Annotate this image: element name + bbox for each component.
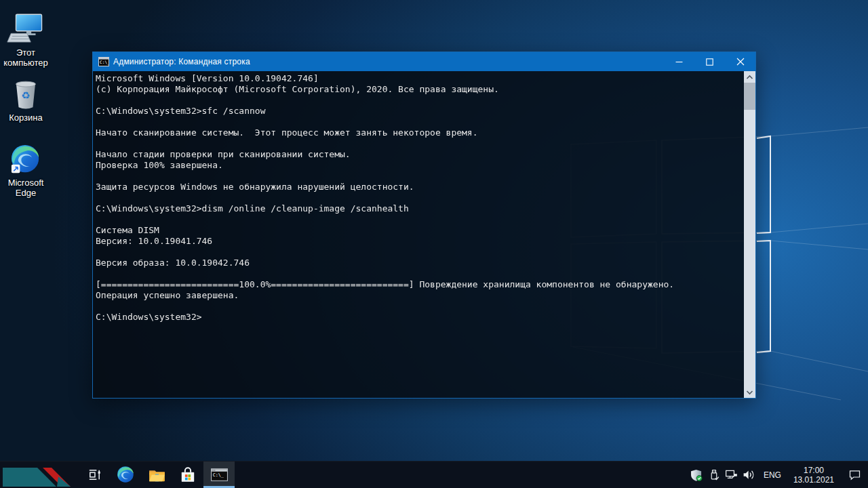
start-button[interactable] <box>0 462 72 488</box>
desktop-icon-label: Этот компьютер <box>0 47 52 68</box>
close-icon <box>736 58 745 66</box>
scrollbar-up-button[interactable] <box>744 71 755 83</box>
this-pc-icon <box>6 14 45 45</box>
command-prompt-window: C:\_ Администратор: Командная строка Mic… <box>92 52 756 399</box>
taskbar-edge-button[interactable] <box>110 462 141 488</box>
svg-text:C:\_: C:\_ <box>100 60 109 65</box>
taskbar-file-explorer-button[interactable] <box>141 462 172 488</box>
start-button-graphic <box>0 462 72 488</box>
scrollbar-thumb[interactable] <box>744 83 755 110</box>
console-line: Версия образа: 10.0.19042.746 <box>96 258 744 268</box>
minimize-icon <box>675 58 683 66</box>
console-line: C:\Windows\system32> <box>96 312 744 323</box>
console-line: Система DISM <box>96 225 744 236</box>
scrollbar-track[interactable] <box>744 110 755 386</box>
desktop-icon-microsoft-edge[interactable]: Microsoft Edge <box>0 144 52 198</box>
microsoft-store-icon <box>179 466 197 484</box>
console-line: Начато сканирование системы. Этот процес… <box>96 127 744 138</box>
command-prompt-icon: C:\_ <box>210 466 229 484</box>
language-indicator[interactable]: ENG <box>758 470 787 480</box>
edge-icon <box>117 466 135 484</box>
tray-security-button[interactable] <box>688 462 705 488</box>
console-line <box>96 171 744 182</box>
taskbar-store-button[interactable] <box>172 462 203 488</box>
console-line <box>96 138 744 149</box>
console-line <box>96 214 744 225</box>
console-line <box>96 192 744 203</box>
tray-volume-button[interactable] <box>741 462 758 488</box>
clock-date: 13.01.2021 <box>793 475 834 485</box>
console-line: Проверка 100% завершена. <box>96 160 744 171</box>
clock-time: 17:00 <box>793 466 834 475</box>
close-button[interactable] <box>725 52 755 71</box>
window-title: Администратор: Командная строка <box>113 57 250 66</box>
minimize-button[interactable] <box>664 52 694 71</box>
console-line <box>96 95 744 106</box>
maximize-icon <box>706 58 713 66</box>
desktop-icon-label: Корзина <box>0 113 52 123</box>
windows-security-shield-icon <box>690 468 703 482</box>
console-line: Защита ресурсов Windows не обнаружила на… <box>96 182 744 192</box>
usb-eject-icon <box>707 468 721 482</box>
scrollbar-down-button[interactable] <box>744 386 755 398</box>
desktop-icon-this-pc[interactable]: Этот компьютер <box>0 14 52 68</box>
taskbar-command-prompt-button[interactable]: C:\_ <box>203 462 235 488</box>
tray-usb-button[interactable] <box>705 462 723 488</box>
file-explorer-icon <box>148 466 166 484</box>
recycle-bin-icon: ♻ <box>12 79 40 110</box>
task-view-icon <box>87 467 102 483</box>
system-tray: ENG 17:00 13.01.2021 <box>688 462 868 488</box>
console-line: (c) Корпорация Майкрософт (Microsoft Cor… <box>96 84 744 95</box>
action-center-button[interactable] <box>841 462 868 488</box>
clock[interactable]: 17:00 13.01.2021 <box>787 466 841 485</box>
console-line: C:\Windows\system32>sfc /scannow <box>96 106 744 117</box>
chevron-down-icon <box>746 390 753 395</box>
console-output[interactable]: Microsoft Windows [Version 10.0.19042.74… <box>93 71 744 398</box>
console-scrollbar[interactable] <box>744 71 755 398</box>
edge-icon <box>10 144 41 175</box>
chevron-up-icon <box>746 75 753 80</box>
svg-text:C:\_: C:\_ <box>212 472 224 478</box>
console-line <box>96 268 744 279</box>
console-line <box>96 247 744 258</box>
taskbar-task-view-button[interactable] <box>79 462 110 488</box>
svg-text:♻: ♻ <box>21 89 30 102</box>
tray-network-button[interactable] <box>723 462 741 488</box>
console-line: [==========================100.0%=======… <box>96 279 744 290</box>
taskbar: C:\_ <box>0 461 868 488</box>
console-line <box>96 117 744 127</box>
cmd-window-icon: C:\_ <box>98 56 109 67</box>
console-line: Версия: 10.0.19041.746 <box>96 236 744 247</box>
network-icon <box>724 468 738 482</box>
console-line: C:\Windows\system32>dism /online /cleanu… <box>96 203 744 214</box>
console-line: Microsoft Windows [Version 10.0.19042.74… <box>96 73 744 84</box>
console-line <box>96 301 744 312</box>
desktop-icon-recycle-bin[interactable]: ♻ Корзина <box>0 79 52 123</box>
action-center-icon <box>848 468 862 482</box>
volume-icon <box>742 468 756 482</box>
window-titlebar[interactable]: C:\_ Администратор: Командная строка <box>93 52 755 71</box>
desktop-icon-label: Microsoft Edge <box>0 178 52 198</box>
maximize-button[interactable] <box>694 52 725 71</box>
console-line: Операция успешно завершена. <box>96 290 744 301</box>
console-line: Начало стадии проверки при сканировании … <box>96 149 744 160</box>
